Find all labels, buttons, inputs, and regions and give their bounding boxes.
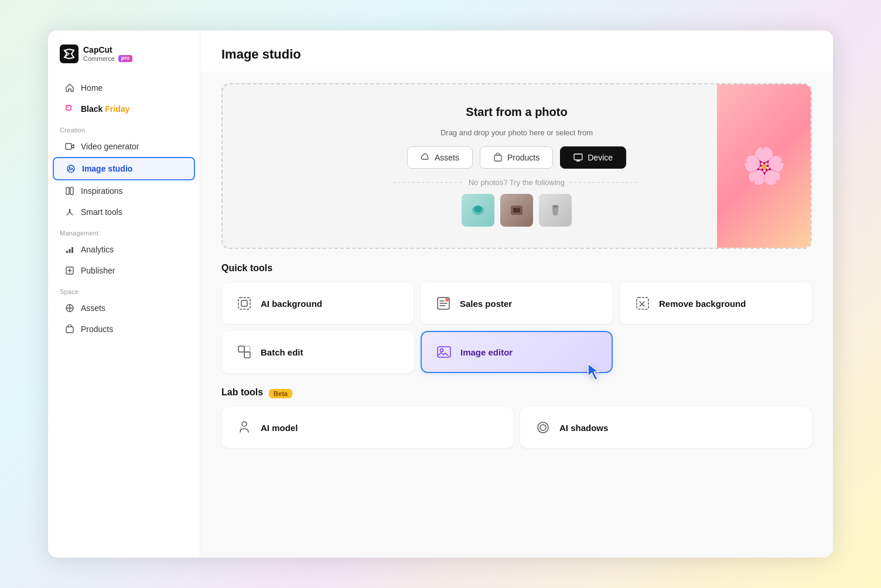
- ai-background-label: AI background: [261, 299, 322, 309]
- video-generator-label: Video generator: [81, 142, 139, 151]
- smart-tools-icon: [64, 207, 75, 217]
- upload-title: Start from a photo: [466, 105, 567, 119]
- sidebar-item-black-friday[interactable]: Black Friday: [53, 98, 195, 119]
- svg-rect-27: [244, 352, 250, 358]
- batch-edit-label: Batch edit: [261, 347, 303, 357]
- ai-model-label: AI model: [261, 423, 298, 433]
- publisher-label: Publisher: [81, 266, 115, 275]
- pro-badge: pro: [118, 55, 133, 62]
- no-photos-text: No photos? Try the following: [237, 178, 797, 187]
- sidebar-item-analytics[interactable]: Analytics: [53, 239, 195, 260]
- video-icon: [64, 141, 75, 152]
- tool-batch-edit[interactable]: Batch edit: [221, 331, 414, 373]
- page-header: Image studio: [200, 30, 833, 71]
- monitor-icon: [573, 153, 583, 162]
- analytics-label: Analytics: [81, 245, 114, 254]
- black-friday-label: Black Friday: [81, 104, 129, 114]
- device-button[interactable]: Device: [560, 146, 626, 169]
- svg-rect-13: [66, 327, 73, 333]
- quick-tools-grid: AI background Sales poster R: [221, 283, 812, 373]
- cursor-pointer: [583, 360, 607, 384]
- svg-rect-15: [574, 154, 582, 160]
- creation-section-label: Creation: [48, 119, 200, 136]
- assets-label: Assets: [81, 303, 105, 313]
- smart-tools-label: Smart tools: [81, 207, 122, 217]
- publisher-icon: [64, 265, 75, 276]
- sample-images: [462, 194, 572, 227]
- svg-rect-21: [238, 298, 250, 309]
- upload-area[interactable]: Start from a photo Drag and drop your ph…: [221, 83, 812, 249]
- svg-rect-22: [241, 300, 247, 306]
- sidebar-item-image-studio[interactable]: Image studio: [53, 157, 195, 180]
- sidebar-item-products[interactable]: Products: [53, 319, 195, 340]
- management-section-label: Management: [48, 223, 200, 239]
- sidebar-item-video-generator[interactable]: Video generator: [53, 136, 195, 157]
- no-photos-section: No photos? Try the following: [237, 178, 797, 227]
- sales-poster-label: Sales poster: [460, 299, 512, 309]
- svg-rect-3: [66, 143, 71, 149]
- inspirations-icon: [64, 186, 75, 196]
- box-icon: [493, 153, 503, 162]
- svg-point-24: [445, 298, 449, 302]
- sidebar-item-publisher[interactable]: Publisher: [53, 260, 195, 281]
- sidebar-item-assets[interactable]: Assets: [53, 298, 195, 319]
- assets-button[interactable]: Assets: [407, 146, 473, 169]
- svg-rect-6: [66, 187, 69, 194]
- inspirations-label: Inspirations: [81, 186, 123, 196]
- tool-ai-model[interactable]: AI model: [221, 407, 513, 448]
- lab-tools-title: Lab tools: [221, 387, 263, 398]
- content-area: Start from a photo Drag and drop your ph…: [200, 71, 833, 558]
- quick-tools-section: Quick tools AI background: [221, 263, 812, 373]
- sales-poster-icon: [435, 295, 452, 312]
- logo-text: CapCut Commerce pro: [83, 46, 132, 61]
- sidebar-item-smart-tools[interactable]: Smart tools: [53, 201, 195, 223]
- tool-image-editor-wrapper: Image editor: [421, 331, 613, 373]
- main-content: Image studio Start from a photo Drag and…: [200, 30, 833, 558]
- svg-point-2: [67, 107, 69, 108]
- flower-decoration: 🌸: [717, 84, 811, 248]
- home-icon: [64, 83, 75, 93]
- sidebar-item-inspirations[interactable]: Inspirations: [53, 180, 195, 201]
- logo-commerce: Commerce: [83, 55, 115, 62]
- svg-point-32: [540, 425, 546, 430]
- sample-image-3[interactable]: [539, 194, 572, 227]
- page-title: Image studio: [221, 47, 812, 62]
- beta-badge: Beta: [269, 389, 292, 398]
- svg-rect-28: [244, 346, 250, 352]
- sample-image-2[interactable]: [500, 194, 533, 227]
- svg-rect-11: [71, 247, 73, 253]
- ai-model-icon: [236, 419, 252, 436]
- ai-shadows-icon: [535, 419, 551, 436]
- batch-edit-icon: [236, 344, 252, 360]
- assets-icon: [64, 303, 75, 313]
- svg-point-30: [440, 349, 443, 352]
- home-label: Home: [81, 83, 103, 93]
- svg-rect-14: [494, 155, 501, 161]
- tool-sales-poster[interactable]: Sales poster: [421, 283, 613, 324]
- cloud-icon: [421, 153, 430, 162]
- svg-rect-9: [66, 251, 68, 253]
- svg-point-5: [69, 167, 71, 169]
- space-section-label: Space: [48, 281, 200, 298]
- ai-shadows-label: AI shadows: [559, 423, 608, 433]
- products-button[interactable]: Products: [480, 146, 553, 169]
- image-studio-label: Image studio: [82, 164, 132, 173]
- capcut-logo-icon: [60, 45, 78, 63]
- remove-background-icon: [634, 295, 651, 312]
- image-editor-label: Image editor: [460, 347, 513, 357]
- tool-ai-shadows[interactable]: AI shadows: [520, 407, 812, 448]
- svg-rect-26: [238, 346, 244, 352]
- sidebar-item-home[interactable]: Home: [53, 77, 195, 98]
- svg-rect-29: [438, 347, 450, 357]
- sample-image-1[interactable]: [462, 194, 494, 227]
- tool-remove-background[interactable]: Remove background: [620, 283, 812, 324]
- ai-background-icon: [236, 295, 252, 312]
- lab-tools-section: Lab tools Beta AI model: [221, 387, 812, 448]
- image-editor-icon: [436, 344, 452, 360]
- svg-rect-20: [554, 206, 557, 207]
- logo-capcut: CapCut: [83, 46, 132, 54]
- tool-ai-background[interactable]: AI background: [221, 283, 414, 324]
- upload-buttons: Assets Products Device: [407, 146, 626, 169]
- products-icon: [64, 324, 75, 334]
- svg-rect-1: [66, 105, 71, 110]
